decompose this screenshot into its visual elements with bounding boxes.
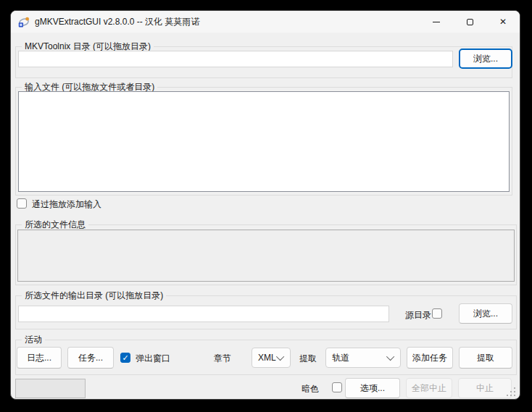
jobs-button[interactable]: 任务... [67, 347, 114, 369]
mkvtoolnix-browse-button[interactable]: 浏览... [459, 49, 512, 69]
progress-bar [15, 379, 86, 398]
window-title: gMKVExtractGUI v2.8.0.0 -- 汉化 莫莫雨诺 [35, 11, 199, 33]
popup-window-checkbox[interactable]: ✓ [120, 353, 130, 363]
abort-button[interactable]: 中止 [458, 378, 512, 398]
chapter-label: 章节 [214, 353, 231, 365]
maximize-icon [467, 19, 473, 25]
mkvtoolnix-dir-input[interactable] [18, 51, 453, 67]
minimize-icon [433, 22, 440, 22]
app-window: gMKVExtractGUI v2.8.0.0 -- 汉化 莫莫雨诺 ✕ MKV… [10, 10, 520, 400]
add-job-button[interactable]: 添加任务 [407, 347, 453, 369]
chapter-format-select[interactable]: XML [252, 348, 291, 368]
extract-mode-value: 轨道 [332, 352, 349, 364]
actions-group-label: 活动 [22, 334, 45, 346]
extract-button[interactable]: 提取 [459, 347, 512, 369]
drag-drop-add-checkbox[interactable]: ✓ [17, 198, 27, 209]
options-button[interactable]: 选项... [345, 378, 400, 398]
chevron-down-icon [276, 353, 284, 361]
popup-window-label[interactable]: 弹出窗口 [136, 353, 170, 365]
checkmark-icon: ✓ [122, 354, 128, 362]
drag-drop-add-label[interactable]: 通过拖放添加输入 [32, 198, 101, 211]
extract-mode-label: 提取 [299, 353, 317, 365]
input-files-list[interactable] [18, 91, 510, 192]
source-dir-label[interactable]: 源目录 [405, 309, 431, 321]
close-icon: ✕ [499, 17, 507, 26]
dark-mode-checkbox[interactable]: ✓ [332, 382, 342, 392]
close-button[interactable]: ✕ [486, 11, 520, 33]
extract-mode-select[interactable]: 轨道 [325, 348, 401, 368]
output-dir-group-label: 所选文件的输出目录 (可以拖放目录) [22, 290, 166, 302]
minimize-button[interactable] [420, 11, 453, 33]
output-dir-browse-button[interactable]: 浏览... [459, 303, 512, 324]
file-info-box [17, 230, 515, 282]
output-dir-input[interactable] [18, 306, 389, 322]
chapter-format-value: XML [258, 353, 276, 363]
dark-mode-label[interactable]: 暗色 [302, 383, 319, 395]
resize-grip-icon[interactable] [507, 387, 515, 396]
log-button[interactable]: 日志... [17, 347, 62, 369]
source-dir-checkbox[interactable]: ✓ [432, 308, 442, 319]
chevron-down-icon [386, 353, 394, 361]
title-bar[interactable]: gMKVExtractGUI v2.8.0.0 -- 汉化 莫莫雨诺 ✕ [11, 11, 520, 33]
abort-all-button[interactable]: 全部中止 [406, 378, 452, 398]
app-icon [18, 16, 30, 28]
maximize-button[interactable] [453, 11, 486, 33]
